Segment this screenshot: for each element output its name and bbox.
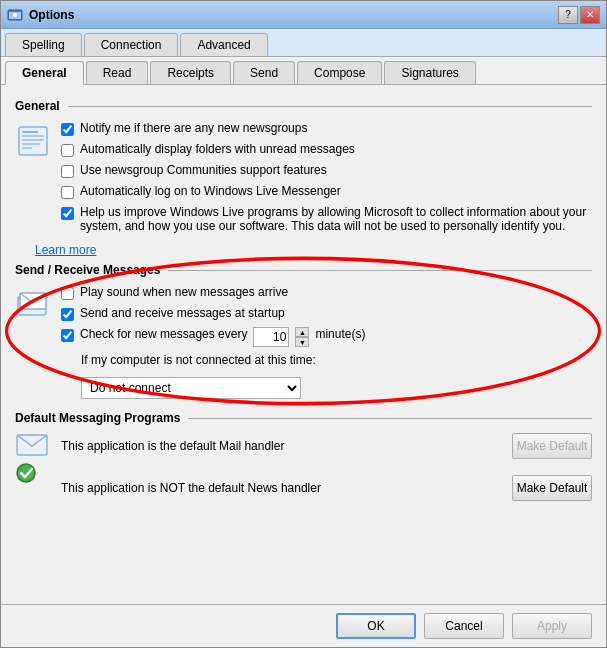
option-improve: Help us improve Windows Live programs by… [61,205,592,233]
svg-rect-6 [22,139,44,141]
tab-send[interactable]: Send [233,61,295,84]
bottom-tab-row: General Read Receipts Send Compose Signa… [1,57,606,85]
default-icon [15,433,51,509]
window-icon [7,7,23,23]
default-options: This application is the default Mail han… [61,433,592,509]
checkbox-communities[interactable] [61,165,74,178]
tab-connection[interactable]: Connection [84,33,179,56]
ok-button[interactable]: OK [336,613,416,639]
checkbox-improve[interactable] [61,207,74,220]
option-autologon: Automatically log on to Windows Live Mes… [61,184,592,199]
spinner-up[interactable]: ▲ [295,327,309,337]
general-icon [15,123,51,175]
option-communities: Use newsgroup Communities support featur… [61,163,592,178]
make-default-mail-button[interactable]: Make Default [512,433,592,459]
general-section: General Notify [15,99,592,257]
option-autofolders: Automatically display folders with unrea… [61,142,592,157]
send-receive-body: Play sound when new messages arrive Send… [15,285,592,399]
svg-point-2 [13,13,17,17]
option-startup: Send and receive messages at startup [61,306,592,321]
default-section-body: This application is the default Mail han… [15,433,592,509]
label-improve: Help us improve Windows Live programs by… [80,205,592,233]
spinner-down[interactable]: ▼ [295,337,309,347]
svg-rect-4 [22,131,38,133]
cancel-button[interactable]: Cancel [424,613,504,639]
connect-dropdown[interactable]: Do not connect [81,377,301,399]
svg-point-13 [17,464,35,482]
default-section-header: Default Messaging Programs [15,411,592,425]
option-checknew: Check for new messages every 10 ▲ ▼ minu… [61,327,592,347]
send-receive-options-list: Play sound when new messages arrive Send… [61,285,592,399]
make-default-news-button[interactable]: Make Default [512,475,592,501]
learn-more-link[interactable]: Learn more [35,243,592,257]
checkbox-playsound[interactable] [61,287,74,300]
label-minutes: minute(s) [315,327,365,341]
apply-button[interactable]: Apply [512,613,592,639]
option-playsound: Play sound when new messages arrive [61,285,592,300]
label-notify: Notify me if there are any new newsgroup… [80,121,307,135]
tab-signatures[interactable]: Signatures [384,61,475,84]
tab-advanced[interactable]: Advanced [180,33,267,56]
send-receive-icon [15,289,51,399]
default-news-text: This application is NOT the default News… [61,481,502,495]
default-news-row: This application is NOT the default News… [61,475,592,501]
newspaper-icon [15,123,51,159]
label-autologon: Automatically log on to Windows Live Mes… [80,184,341,198]
label-autofolders: Automatically display folders with unrea… [80,142,355,156]
window-title: Options [29,8,74,22]
tab-spelling[interactable]: Spelling [5,33,82,56]
tab-read[interactable]: Read [86,61,149,84]
close-button[interactable]: ✕ [580,6,600,24]
tab-general[interactable]: General [5,61,84,85]
label-checknew: Check for new messages every [80,327,247,341]
main-content: General Notify [1,85,606,604]
svg-rect-8 [22,147,32,149]
minutes-input[interactable]: 10 [253,327,289,347]
label-startup: Send and receive messages at startup [80,306,285,320]
svg-rect-7 [22,143,40,145]
general-options-list: Notify me if there are any new newsgroup… [61,121,592,233]
checkbox-notify[interactable] [61,123,74,136]
general-section-header: General [15,99,592,113]
checkbox-startup[interactable] [61,308,74,321]
option-notify: Notify me if there are any new newsgroup… [61,121,592,136]
label-playsound: Play sound when new messages arrive [80,285,288,299]
options-window: Options ? ✕ Spelling Connection Advanced… [0,0,607,648]
dropdown-row: Do not connect [81,377,592,399]
default-mail-text: This application is the default Mail han… [61,439,502,453]
title-bar: Options ? ✕ [1,1,606,29]
tab-receipts[interactable]: Receipts [150,61,231,84]
top-tab-row: Spelling Connection Advanced [1,29,606,57]
tab-compose[interactable]: Compose [297,61,382,84]
not-connected-row: If my computer is not connected at this … [81,353,592,367]
checkbox-checknew[interactable] [61,329,74,342]
label-communities: Use newsgroup Communities support featur… [80,163,327,177]
general-section-body: Notify me if there are any new newsgroup… [15,121,592,233]
bottom-bar: OK Cancel Apply [1,604,606,647]
send-receive-section-header: Send / Receive Messages [15,263,592,277]
checkbox-autologon[interactable] [61,186,74,199]
default-mail-row: This application is the default Mail han… [61,433,592,459]
svg-rect-5 [22,135,44,137]
send-receive-wrapper: Send / Receive Messages Play sound when [15,263,592,399]
minutes-spinner: ▲ ▼ [295,327,309,347]
label-not-connected: If my computer is not connected at this … [81,353,316,367]
checkbox-autofolders[interactable] [61,144,74,157]
default-section: Default Messaging Programs This applicat… [15,411,592,509]
help-button[interactable]: ? [558,6,578,24]
